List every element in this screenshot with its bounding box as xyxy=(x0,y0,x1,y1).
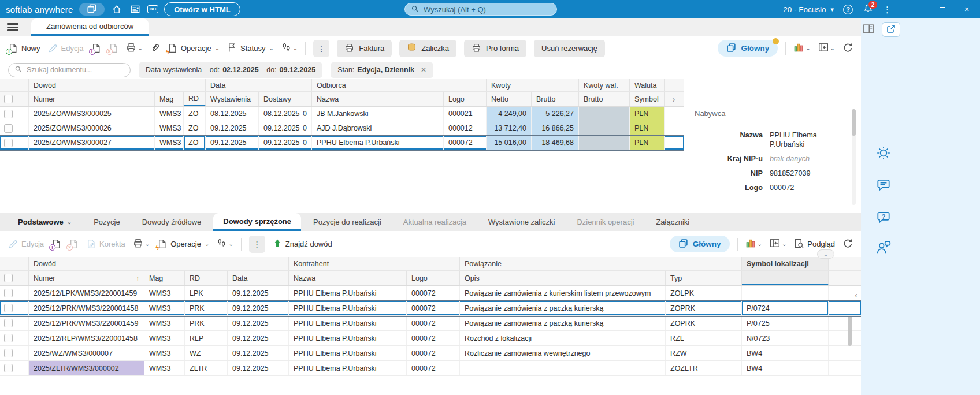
print-button[interactable]: ⌄ xyxy=(126,42,143,54)
detail-tab[interactable]: Pozycje ⌄ xyxy=(84,213,130,231)
close-button[interactable]: × xyxy=(959,3,974,15)
minimize-button[interactable]: — xyxy=(911,3,926,15)
group-kwoty-wal[interactable]: Kwoty wal. xyxy=(579,79,630,91)
table-row[interactable]: 2025/12/PRK/WMS3/220001459 WMS3 PRK 09.1… xyxy=(0,316,861,331)
home-icon[interactable] xyxy=(110,3,123,16)
advance-payment-button[interactable]: Zaliczka xyxy=(399,40,456,57)
row-checkbox[interactable] xyxy=(4,289,13,297)
operations-menu[interactable]: ϟ Operacje ⌄ xyxy=(168,43,220,53)
footsteps-menu[interactable]: ⌄ xyxy=(217,239,233,250)
col-rd[interactable]: RD xyxy=(185,271,228,285)
more-actions-button[interactable]: ⋮ xyxy=(249,236,265,253)
detail-tab[interactable]: Aktualna realizacja ⌄ xyxy=(394,213,476,231)
print-button[interactable]: ⌄ xyxy=(133,238,150,250)
detail-tab[interactable]: Dowody źródłowe ⌄ xyxy=(132,213,211,231)
news-icon[interactable] xyxy=(129,3,142,16)
group-powiazanie[interactable]: Powiązanie xyxy=(460,257,742,270)
table-row[interactable]: 2025/12/RLP/WMS3/220001458 WMS3 RLP 09.1… xyxy=(0,331,861,346)
panel-toggle-menu[interactable]: ⌄ xyxy=(818,42,835,54)
help-icon[interactable]: ? xyxy=(843,5,853,14)
detail-tab[interactable]: Załączniki ⌄ xyxy=(646,213,699,231)
notifications-button[interactable]: 2 xyxy=(862,3,874,15)
detail-tab[interactable]: Wystawione zaliczki ⌄ xyxy=(478,213,565,231)
help-chat-button[interactable]: ? xyxy=(875,209,892,226)
col-symbol-lokalizacji[interactable] xyxy=(742,271,829,285)
correction-button[interactable]: Korekta xyxy=(86,239,125,249)
row-checkbox[interactable] xyxy=(4,110,13,118)
expert-chat-button[interactable] xyxy=(875,239,892,256)
col-brutto[interactable]: Brutto xyxy=(532,92,579,106)
group-data[interactable]: Data xyxy=(206,79,312,91)
document-search[interactable] xyxy=(8,63,131,77)
main-view-button[interactable]: Główny xyxy=(718,40,778,57)
more-menu-button[interactable]: ⋮ xyxy=(883,5,892,14)
table-row[interactable]: 2025/WZ/WMS3/000007 WMS3 WZ 09.12.2025 P… xyxy=(0,346,861,361)
table-row[interactable]: 2025/ZO/WMS3/000025 WMS3 ZO 08.12.2025 0… xyxy=(0,107,684,121)
group-odbiorca[interactable]: Odbiorca xyxy=(312,79,487,91)
edit-button[interactable]: Edycja xyxy=(48,43,84,53)
edit-button[interactable]: Edycja xyxy=(8,239,44,249)
col-brutto-wal[interactable]: Brutto xyxy=(579,92,630,106)
main-view-button[interactable]: Główny xyxy=(670,236,730,252)
col-mag[interactable]: Mag xyxy=(155,92,184,106)
chat-button[interactable] xyxy=(875,177,892,194)
col-logo[interactable]: Logo xyxy=(444,92,487,106)
col-wystawienia[interactable]: Wystawienia xyxy=(206,92,259,106)
panel-scrollbar[interactable] xyxy=(852,109,856,205)
select-all-checkbox[interactable] xyxy=(4,95,13,103)
more-actions-button[interactable]: ⋮ xyxy=(313,40,329,57)
find-document-button[interactable]: Znajdź dowód xyxy=(273,239,332,249)
row-checkbox[interactable] xyxy=(4,304,13,312)
col-rd[interactable]: RD xyxy=(184,92,206,106)
operations-menu[interactable]: ϟ Operacje ⌄ xyxy=(157,239,209,249)
col-nazwa[interactable]: Nazwa xyxy=(289,271,407,285)
row-checkbox[interactable] xyxy=(4,319,13,327)
row-checkbox[interactable] xyxy=(4,139,13,147)
col-nazwa[interactable]: Nazwa xyxy=(312,92,444,106)
maximize-button[interactable] xyxy=(935,3,950,15)
preview-button[interactable]: Podgląd xyxy=(794,239,835,250)
col-data[interactable]: Data xyxy=(228,271,289,285)
grid-scrollbar-thumb[interactable] xyxy=(848,311,852,346)
group-kontrahent[interactable]: Kontrahent xyxy=(289,257,460,270)
select-all-checkbox[interactable] xyxy=(4,274,13,282)
col-numer[interactable]: Numer↑ xyxy=(29,271,144,285)
doc-info-button[interactable]: i xyxy=(91,43,101,53)
col-numer[interactable]: Numer xyxy=(29,92,155,106)
doc-info-button[interactable]: i xyxy=(51,239,61,249)
doc-delete-button[interactable]: × xyxy=(69,239,79,249)
scroll-right-icon[interactable]: › xyxy=(673,95,675,104)
invoice-button[interactable]: Faktura xyxy=(337,40,392,57)
table-row[interactable]: 2025/ZO/WMS3/000026 WMS3 ZO 09.12.2025 0… xyxy=(0,121,684,136)
row-checkbox[interactable] xyxy=(4,124,13,133)
profile-menu[interactable]: 20 - Focusio ▾ xyxy=(783,5,834,14)
row-checkbox[interactable] xyxy=(4,364,13,372)
row-checkbox[interactable] xyxy=(4,349,13,357)
tab-orders[interactable]: Zamówienia od odbiorców xyxy=(31,18,149,36)
attach-button[interactable] xyxy=(150,43,160,54)
scrollbar-thumb[interactable] xyxy=(852,109,856,136)
doc-delete-button[interactable]: × xyxy=(109,43,118,53)
chart-menu[interactable]: ⌄ xyxy=(793,42,810,54)
open-html-button[interactable]: Otwórz w HTML xyxy=(164,2,240,16)
state-filter-chip[interactable]: Stan:Edycja, Dziennik ✕ xyxy=(331,62,433,78)
group-dowod[interactable]: Dowód xyxy=(29,257,289,270)
table-row[interactable]: 2025/12/PRK/WMS3/220001458 WMS3 PRK 09.1… xyxy=(0,301,861,316)
table-row[interactable]: 2025/ZLTR/WMS3/000002 WMS3 ZLTR 09.12.20… xyxy=(0,361,861,376)
document-search-input[interactable] xyxy=(25,65,124,74)
col-symbol[interactable]: Symbol xyxy=(630,92,665,106)
refresh-button[interactable] xyxy=(842,238,853,250)
detail-tab[interactable]: Pozycje do realizacji ⌄ xyxy=(303,213,391,231)
new-button[interactable]: + Nowy xyxy=(8,43,40,53)
scroll-left-icon[interactable]: ‹ xyxy=(855,290,858,300)
col-dostawy[interactable]: Dostawy xyxy=(259,92,312,106)
col-typ[interactable]: Typ xyxy=(666,271,742,285)
group-kwoty[interactable]: Kwoty xyxy=(487,79,579,91)
global-search-input[interactable] xyxy=(422,5,551,14)
refresh-button[interactable] xyxy=(842,42,853,54)
footsteps-menu[interactable]: ⌄ xyxy=(281,43,298,54)
close-icon[interactable]: ✕ xyxy=(421,66,426,74)
proforma-button[interactable]: Pro forma xyxy=(464,40,526,57)
row-checkbox[interactable] xyxy=(4,334,13,342)
table-row[interactable]: 2025/ZO/WMS3/000027 WMS3 ZO 09.12.2025 0… xyxy=(0,136,684,150)
